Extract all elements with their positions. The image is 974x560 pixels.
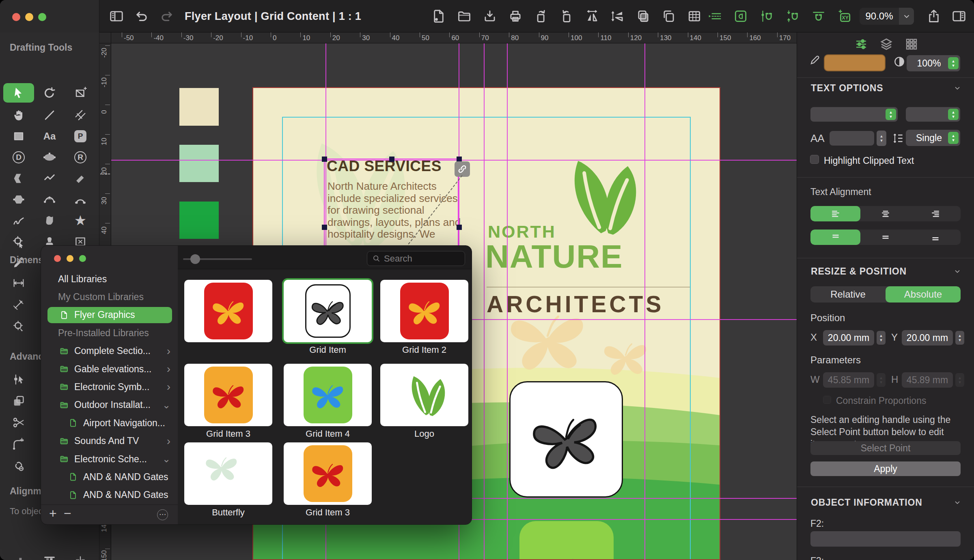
arrow-shape-tool[interactable] [3,170,34,187]
font-size-field[interactable] [830,131,874,146]
highlight-clipped-checkbox[interactable] [810,155,819,164]
align-bottom-button[interactable] [3,553,34,560]
library-item-gable-elevations-[interactable]: Gable elevations...› [41,361,178,377]
distribute-vertically-button[interactable] [65,553,96,560]
share-icon[interactable] [926,9,942,24]
select-tool[interactable] [3,83,34,103]
f2-input[interactable] [810,531,961,547]
color-swatch-green[interactable] [179,202,219,239]
library-close-button[interactable] [54,255,61,262]
boolean-combine-tool[interactable] [9,394,28,408]
library-zoom-button[interactable] [79,255,86,262]
guides-icon[interactable] [707,9,722,24]
polygon-tool[interactable] [3,191,34,208]
document-settings-icon[interactable] [431,9,446,24]
library-tile-grid-item-3[interactable] [184,364,272,426]
tab-layers-icon[interactable] [879,37,894,51]
library-panel[interactable]: All LibrariesMy Custom LibrariesFlyer Gr… [41,245,472,525]
selection-handle[interactable] [322,225,327,230]
line-tool[interactable] [34,106,65,124]
library-item-sounds-and-tv[interactable]: Sounds And TV› [41,433,178,449]
linear-dimension-tool[interactable] [9,276,28,290]
star-tool[interactable]: ★ [65,212,96,229]
selection-handle[interactable] [389,157,394,162]
absolute-button[interactable]: Absolute [886,286,961,303]
bezier-tool[interactable] [34,191,65,208]
library-tile-unnamed[interactable] [184,280,272,342]
library-tile-butterfly[interactable] [184,442,272,505]
x-position-field[interactable]: 20.00 mm [823,330,874,345]
opacity-stepper[interactable]: ▴▾ [948,57,959,69]
contrast-icon[interactable] [893,55,906,68]
snap-vertical-icon[interactable] [759,9,774,24]
right-panel-toggle-icon[interactable] [951,9,967,24]
wall-tool[interactable] [65,170,96,187]
color-swatch-light-green[interactable] [179,145,219,182]
library-tile-grid-item-2[interactable] [380,280,468,342]
apply-button[interactable]: Apply [810,461,961,476]
align-text-bottom-button[interactable] [911,230,961,245]
sidebar-toggle-icon[interactable] [109,9,124,24]
add-library-button[interactable]: + [49,506,57,521]
disclosure-chevron-icon[interactable]: › [167,435,170,448]
snap-horizontal-icon[interactable] [785,9,800,24]
library-item-and-nand-gates[interactable]: AND & NAND Gates [41,487,178,503]
library-item-electronic-symb-[interactable]: Electronic Symb...› [41,379,178,395]
align-text-right-button[interactable] [911,206,961,221]
align-text-middle-button[interactable] [860,230,910,245]
zoom-control[interactable]: 90.0% [860,8,914,25]
text-tool[interactable]: Aa [34,127,65,145]
zoom-window-button[interactable] [38,13,46,21]
snap-object-icon[interactable] [811,9,826,24]
paragraph-frame-tool[interactable]: P [65,127,96,145]
library-item-all-libraries[interactable]: All Libraries [41,271,178,287]
guide-vertical[interactable] [644,43,645,560]
zoom-dropdown-chevron-icon[interactable] [899,8,914,25]
library-tile-grid-item-3[interactable] [284,442,372,505]
font-size-stepper[interactable]: ▴▾ [877,131,886,146]
minimize-window-button[interactable] [25,13,33,21]
aligned-dimension-tool[interactable] [9,297,28,312]
pan-tool[interactable] [3,106,34,124]
freehand-tool[interactable] [3,212,34,229]
copy-icon[interactable] [636,9,651,24]
disclosure-chevron-icon[interactable]: › [167,363,170,375]
y-position-stepper[interactable]: ▴▾ [955,331,964,345]
object-information-collapse-icon[interactable] [953,498,961,506]
library-item-and-nand-gates[interactable]: AND & NAND Gates [41,469,178,485]
circle-diameter-tool[interactable]: D [3,148,34,166]
fill-color-swatch[interactable] [824,54,886,71]
tab-properties-sliders-icon[interactable] [854,37,868,51]
font-family-stepper[interactable]: ▴▾ [886,109,896,120]
color-swatch-cream[interactable] [179,88,219,126]
search-input[interactable]: Search [367,251,465,266]
disclosure-chevron-icon[interactable]: ⌄ [162,399,170,411]
disclosure-chevron-icon[interactable]: › [167,345,170,358]
library-minimize-button[interactable] [67,255,73,262]
guide-vertical[interactable] [507,43,508,560]
print-icon[interactable] [508,9,523,24]
remove-library-button[interactable]: − [64,506,71,521]
duplicate-icon[interactable] [661,9,677,24]
zoom-level-value[interactable]: 90.0% [860,8,899,25]
opacity-field[interactable]: 100% ▴▾ [907,55,960,71]
blob-tool[interactable] [34,212,65,229]
library-item-complete-sectio-[interactable]: Complete Sectio...› [41,343,178,359]
redo-icon[interactable] [159,9,175,24]
flip-vertical-icon[interactable] [610,9,625,24]
library-item-electronic-sche-[interactable]: Electronic Sche...⌄ [41,451,178,467]
slider-knob[interactable] [190,254,200,264]
text-frame-icon[interactable] [733,9,748,24]
align-text-left-button[interactable] [810,206,860,221]
tab-library-grid-icon[interactable] [904,37,919,51]
circle-radius-tool[interactable]: R [65,148,96,166]
import-icon[interactable] [482,9,498,24]
split-tool[interactable] [9,415,28,430]
ellipse-tool[interactable] [34,148,65,166]
resize-position-collapse-icon[interactable] [953,267,961,275]
library-tile-grid-item[interactable] [284,280,372,342]
library-item-flyer-graphics[interactable]: Flyer Graphics [41,307,178,323]
disclosure-chevron-icon[interactable]: › [167,380,170,393]
library-item-outdoor-installat-[interactable]: Outdoor Installat...⌄ [41,397,178,413]
align-text-top-button[interactable] [810,230,860,245]
